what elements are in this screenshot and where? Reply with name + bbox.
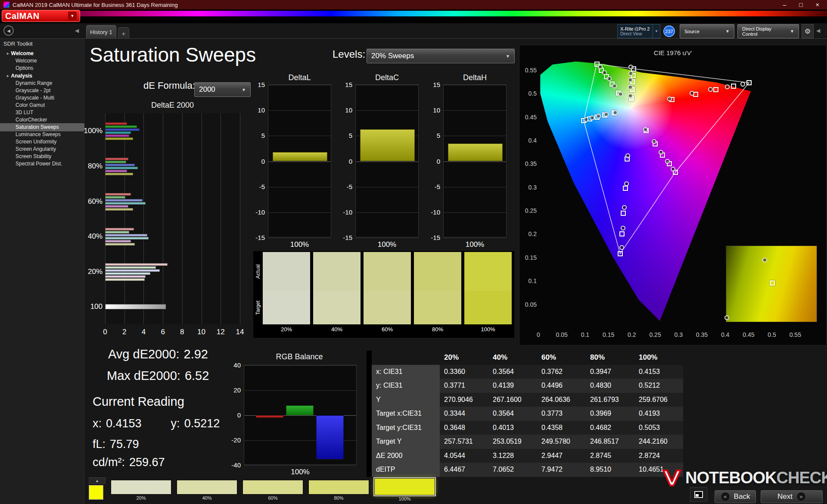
patch-button-40[interactable]: 40%: [176, 478, 238, 501]
row-label: Target x:CIE31: [372, 407, 440, 421]
spacer: [146, 417, 167, 430]
cie-inset-point: [762, 258, 767, 262]
sidebar-collapse-icon[interactable]: ◀: [75, 28, 79, 34]
cell-value: 0.4496: [537, 379, 586, 393]
cell-value: 0.4358: [537, 421, 586, 435]
cell-value: 267.1600: [488, 393, 537, 407]
x-value: 0.4153: [106, 417, 142, 430]
axis-tick-label: 100%: [71, 127, 103, 135]
cie-target-point: [618, 251, 623, 256]
expand-icon: ▸: [7, 51, 9, 56]
source-dropdown[interactable]: Source ▼: [680, 24, 734, 38]
table-row-target-x-cie31: Target x:CIE310.33440.35640.37730.39690.…: [367, 407, 683, 421]
deltac-plot: 151050-5-10-15: [355, 84, 419, 237]
axis-tick-label: 10: [424, 106, 440, 114]
cell-value: 0.4013: [488, 421, 537, 435]
display-control-label: Direct Display Control: [742, 26, 787, 37]
sidebar-item-color-gamut[interactable]: Color Gamut: [0, 102, 84, 109]
expand-up-icon[interactable]: ▲: [89, 477, 106, 484]
patch-color: [374, 478, 435, 495]
patch-button-80[interactable]: 80%: [308, 478, 370, 501]
axis-tick-label: -5: [249, 183, 265, 190]
swatch-level-label: 80%: [414, 326, 461, 333]
sidebar-item-grayscale-multi[interactable]: Grayscale - Multi: [0, 94, 84, 102]
sidebar-item-screen-stability[interactable]: Screen Stability: [0, 153, 84, 160]
display-control-dropdown[interactable]: Direct Display Control ▼: [737, 24, 799, 38]
axis-tick-label: 10: [249, 106, 265, 114]
axis-tick-label: 0.25: [521, 207, 537, 214]
sidebar-section-welcome[interactable]: ▸Welcome: [0, 50, 84, 57]
axis-tick-label: 0.4: [717, 331, 734, 338]
reading-count-badge[interactable]: 237: [663, 25, 675, 37]
add-tab-button[interactable]: +: [118, 27, 129, 39]
deltah-chart-title: DeltaH: [443, 73, 507, 82]
max-de-value: 6.52: [185, 369, 209, 383]
sidebar-section-analysis[interactable]: ▸Analysis: [0, 72, 84, 80]
row-label: ΔE 2000: [372, 449, 440, 463]
cie-measured-point: [613, 110, 618, 115]
back-label: Back: [734, 492, 750, 501]
sidebar-header: SDR Toolkit: [0, 39, 84, 50]
nav-home-button[interactable]: ◀: [3, 25, 14, 36]
gridline: [244, 465, 356, 466]
patch-button-100[interactable]: 100%: [373, 478, 436, 501]
swatch-strip: ActualTarget20%40%60%80%100%: [253, 251, 514, 338]
formula-dropdown[interactable]: 2000 ▼: [194, 82, 251, 97]
cie-measured-point: [624, 181, 629, 186]
back-button[interactable]: « Back: [715, 490, 756, 503]
bar: [105, 199, 143, 202]
panel-collapse-icon[interactable]: ◀: [816, 28, 820, 34]
row-strip: [367, 435, 372, 449]
cie-measured-point: [690, 91, 694, 96]
minimize-button[interactable]: –: [783, 1, 787, 8]
table-row-y-cie31: y: CIE310.37710.41390.44960.48300.5212: [367, 379, 683, 393]
axis-tick-label: 20%: [71, 268, 103, 276]
sidebar-item-grayscale-2pt[interactable]: Grayscale - 2pt: [0, 87, 84, 94]
axis-tick-label: 10: [195, 328, 208, 336]
sidebar-item-screen-angularity[interactable]: Screen Angularity: [0, 146, 84, 153]
row-strip: [367, 463, 372, 477]
maximize-button[interactable]: □: [799, 1, 802, 8]
meter-dropdown[interactable]: X-Rite i1Pro 2 Direct View ▼: [617, 24, 660, 38]
bar: [105, 269, 160, 272]
chevron-down-icon: ▼: [722, 29, 730, 34]
results-table: 20%40%60%80%100%x: CIE310.33600.35640.37…: [367, 351, 683, 477]
swatch-level-label: 40%: [313, 326, 361, 333]
close-button[interactable]: ×: [816, 1, 819, 8]
gridline: [182, 113, 183, 324]
bar: [105, 134, 129, 137]
patch-button-20[interactable]: 20%: [110, 478, 172, 501]
sidebar-item-colorchecker[interactable]: ColorChecker: [0, 116, 84, 124]
target-swatch-20: [263, 291, 310, 324]
table-row-e-2000: ΔE 20004.05443.12282.94472.87452.8724: [367, 449, 683, 463]
sidebar-item-screen-uniformity[interactable]: Screen Uniformity: [0, 138, 84, 146]
table-corner: [367, 351, 372, 365]
pattern-window-button[interactable]: [690, 487, 707, 502]
levels-dropdown[interactable]: 20% Sweeps ▼: [367, 49, 515, 63]
axis-tick-label: 0.35: [521, 160, 537, 167]
bar: [105, 167, 138, 169]
axis-tick-label: -15: [336, 234, 352, 241]
axis-tick-label: -20: [224, 436, 241, 444]
table-row-target-y: Target Y257.5731253.0519249.5780246.8517…: [367, 435, 683, 449]
patch-preview[interactable]: ▲: [89, 477, 106, 500]
patch-button-60[interactable]: 60%: [242, 478, 304, 501]
cell-value: 7.0652: [488, 463, 537, 477]
settings-gear-button[interactable]: ⚙: [802, 24, 814, 38]
cell-value: 244.2160: [634, 435, 683, 449]
sidebar-item-dynamic-range[interactable]: Dynamic Range: [0, 80, 84, 87]
cie-measured-point: [667, 96, 672, 101]
sidebar-section-label: Welcome: [11, 50, 34, 56]
sidebar-item-options[interactable]: Options: [0, 65, 84, 72]
calman-logo-button[interactable]: CalMAN ▼: [2, 10, 80, 22]
levels-label: Levels:: [333, 48, 365, 60]
sidebar-item-3d-lut[interactable]: 3D LUT: [0, 109, 84, 116]
tab-history-1[interactable]: History 1: [86, 25, 116, 39]
next-button[interactable]: Next »: [761, 490, 823, 503]
patch-color: [111, 480, 171, 495]
brand-row: CalMAN ▼: [0, 9, 827, 23]
row-label: y: CIE31: [372, 379, 440, 393]
axis-tick-label: 12: [214, 328, 227, 336]
gridline: [268, 238, 331, 238]
sidebar-item-welcome[interactable]: Welcome: [0, 57, 84, 65]
